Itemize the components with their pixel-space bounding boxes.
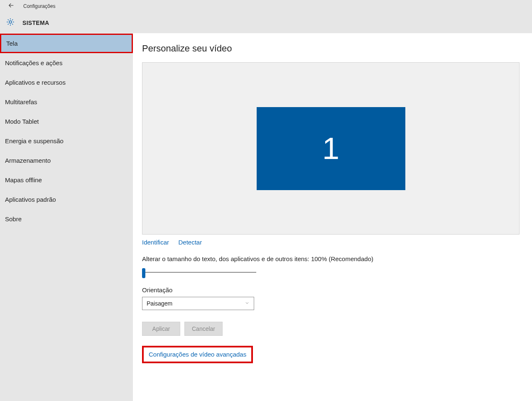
button-label: Cancelar [192, 325, 215, 332]
advanced-video-settings-link[interactable]: Configurações de vídeo avançadas [149, 351, 246, 358]
identify-link[interactable]: Identificar [142, 239, 169, 246]
page-title: Personalize seu vídeo [142, 43, 520, 54]
sidebar-item-label: Multitarefas [5, 98, 37, 105]
back-arrow-icon[interactable] [7, 2, 15, 11]
sidebar-item-label: Mapas offline [5, 176, 42, 183]
display-preview-area[interactable]: 1 [142, 62, 520, 235]
section-title: SISTEMA [22, 20, 49, 26]
button-row: Aplicar Cancelar [142, 322, 520, 336]
sidebar-item-label: Aplicativos padrão [5, 196, 56, 203]
sidebar-item-armazenamento[interactable]: Armazenamento [0, 151, 133, 170]
sidebar-item-tela[interactable]: Tela [0, 34, 133, 53]
display-action-links: Identificar Detectar [142, 239, 520, 246]
sidebar-item-sobre[interactable]: Sobre [0, 209, 133, 229]
monitor-number: 1 [322, 131, 339, 166]
gear-icon [6, 17, 15, 28]
orientation-select[interactable]: Paisagem [142, 297, 254, 310]
sidebar-item-label: Energia e suspensão [5, 137, 64, 144]
detect-link[interactable]: Detectar [179, 239, 202, 246]
sidebar-item-label: Aplicativos e recursos [5, 79, 66, 86]
orientation-label: Orientação [142, 286, 520, 293]
sidebar-item-aplicativos-recursos[interactable]: Aplicativos e recursos [0, 73, 133, 92]
page-header: SISTEMA [0, 12, 532, 33]
button-label: Aplicar [152, 325, 170, 332]
main-content: Personalize seu vídeo 1 Identificar Dete… [133, 33, 532, 401]
display-monitor-1[interactable]: 1 [257, 107, 405, 190]
sidebar-item-notificacoes[interactable]: Notificações e ações [0, 53, 133, 73]
cancel-button[interactable]: Cancelar [184, 322, 223, 336]
sidebar-item-mapas-offline[interactable]: Mapas offline [0, 170, 133, 190]
sidebar-item-label: Notificações e ações [5, 59, 62, 66]
apply-button[interactable]: Aplicar [142, 322, 180, 336]
sidebar-item-modo-tablet[interactable]: Modo Tablet [0, 112, 133, 131]
advanced-settings-highlight: Configurações de vídeo avançadas [142, 346, 253, 363]
sidebar-item-label: Sobre [5, 215, 22, 223]
sidebar-item-label: Armazenamento [5, 157, 51, 164]
slider-track [142, 272, 256, 273]
titlebar: Configurações [0, 0, 532, 12]
orientation-value: Paisagem [147, 300, 172, 307]
slider-thumb[interactable] [142, 268, 145, 278]
sidebar-item-energia[interactable]: Energia e suspensão [0, 131, 133, 151]
sidebar-item-label: Modo Tablet [5, 118, 39, 125]
scale-slider[interactable] [142, 268, 256, 278]
svg-point-0 [9, 21, 12, 23]
scale-label: Alterar o tamanho do texto, dos aplicati… [142, 255, 520, 262]
chevron-down-icon [245, 301, 250, 307]
sidebar-item-label: Tela [6, 40, 18, 47]
sidebar: Tela Notificações e ações Aplicativos e … [0, 33, 133, 401]
sidebar-item-multitarefas[interactable]: Multitarefas [0, 92, 133, 112]
window-title: Configurações [23, 3, 55, 9]
sidebar-item-aplicativos-padrao[interactable]: Aplicativos padrão [0, 190, 133, 209]
